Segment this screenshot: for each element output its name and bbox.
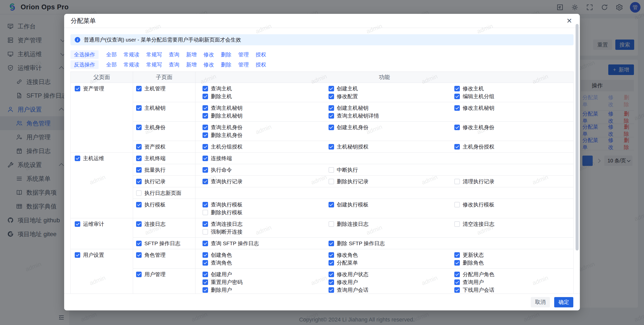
checkbox-unchecked[interactable] — [454, 202, 460, 207]
checkbox-checked[interactable] — [203, 252, 208, 258]
checkbox-checked[interactable] — [203, 113, 208, 119]
checkbox-checked[interactable] — [203, 167, 208, 173]
checkbox-checked[interactable] — [203, 260, 208, 266]
checkbox-checked[interactable] — [329, 252, 334, 258]
checkbox-checked[interactable] — [454, 94, 460, 99]
checkbox-checked[interactable] — [203, 105, 208, 111]
checkbox-checked[interactable] — [136, 252, 142, 258]
confirm-button[interactable]: 确定 — [554, 297, 573, 307]
checkbox-unchecked[interactable] — [136, 190, 142, 196]
checkbox-checked[interactable] — [136, 241, 142, 246]
checkbox-unchecked[interactable] — [329, 221, 334, 227]
quick-filter-link-授权[interactable]: 授权 — [256, 61, 266, 68]
quick-filter-link-管理[interactable]: 管理 — [238, 61, 249, 68]
checkbox-checked[interactable] — [75, 252, 80, 258]
checkbox-checked[interactable] — [136, 125, 142, 130]
checkbox-checked[interactable] — [329, 202, 334, 207]
modal-scrollbar[interactable] — [576, 24, 579, 250]
checkbox-checked[interactable] — [454, 260, 460, 266]
cancel-button[interactable]: 取消 — [531, 297, 550, 307]
checkbox-checked[interactable] — [454, 279, 460, 285]
checkbox-checked[interactable] — [329, 86, 334, 91]
checkbox-checked[interactable] — [329, 260, 334, 266]
checkbox-checked[interactable] — [136, 202, 142, 207]
checkbox-checked[interactable] — [203, 279, 208, 285]
checkbox-checked[interactable] — [454, 272, 460, 277]
checkbox-checked[interactable] — [454, 252, 460, 258]
checkbox-checked[interactable] — [203, 179, 208, 184]
quick-filter-link-常规读[interactable]: 常规读 — [124, 61, 139, 68]
checkbox-checked[interactable] — [329, 241, 334, 246]
quick-filter-link-授权[interactable]: 授权 — [256, 51, 266, 58]
checkbox-checked[interactable] — [203, 272, 208, 277]
checkbox-checked[interactable] — [454, 287, 460, 293]
checkbox-checked[interactable] — [136, 156, 142, 161]
checkbox-checked[interactable] — [329, 279, 334, 285]
invert-select-row: 反选操作全部常规读常规写查询新增修改删除管理授权 — [70, 60, 574, 69]
checkbox-checked[interactable] — [203, 132, 208, 138]
quick-filter-link-删除[interactable]: 删除 — [221, 61, 231, 68]
checkbox-checked[interactable] — [136, 221, 142, 227]
close-icon[interactable]: ✕ — [565, 16, 574, 25]
checkbox-checked[interactable] — [454, 144, 460, 150]
quick-filter-link-常规读[interactable]: 常规读 — [124, 51, 139, 58]
quick-filter-link-管理[interactable]: 管理 — [238, 51, 249, 58]
checkbox-unchecked[interactable] — [329, 179, 334, 184]
checkbox-checked[interactable] — [75, 86, 80, 91]
checkbox-unchecked[interactable] — [203, 210, 208, 215]
quick-filter-link-新增[interactable]: 新增 — [186, 61, 197, 68]
function-label: 连接终端 — [211, 155, 232, 162]
quick-filter-link-查询[interactable]: 查询 — [169, 61, 179, 68]
quick-filter-link-全部[interactable]: 全部 — [106, 51, 117, 58]
checkbox-checked[interactable] — [329, 94, 334, 99]
checkbox-checked[interactable] — [203, 86, 208, 91]
function-label: 删除主机身份 — [211, 132, 243, 139]
select-all-chip[interactable]: 全选操作 — [70, 50, 99, 59]
quick-filter-link-新增[interactable]: 新增 — [186, 51, 197, 58]
checkbox-checked[interactable] — [329, 287, 334, 293]
quick-filter-link-常规写[interactable]: 常规写 — [146, 61, 162, 68]
checkbox-checked[interactable] — [203, 221, 208, 227]
checkbox-checked[interactable] — [329, 125, 334, 130]
checkbox-checked[interactable] — [329, 105, 334, 111]
checkbox-checked[interactable] — [136, 179, 142, 184]
checkbox-checked[interactable] — [329, 272, 334, 277]
checkbox-checked[interactable] — [203, 202, 208, 207]
quick-filter-link-修改[interactable]: 修改 — [204, 61, 214, 68]
checkbox-checked[interactable] — [136, 105, 142, 111]
checkbox-checked[interactable] — [329, 113, 334, 119]
quick-filter-link-删除[interactable]: 删除 — [221, 51, 231, 58]
checkbox-checked[interactable] — [75, 221, 80, 227]
checkbox-checked[interactable] — [454, 125, 460, 130]
checkbox-checked[interactable] — [136, 167, 142, 173]
function-column: 修改执行模板 — [447, 201, 573, 216]
checkbox-checked[interactable] — [329, 144, 334, 150]
parent-page-cell: 资产管理 — [71, 83, 133, 153]
checkbox-unchecked[interactable] — [329, 167, 334, 173]
quick-filter-link-全部[interactable]: 全部 — [106, 61, 117, 68]
column-header-functions: 功能 — [195, 72, 574, 83]
checkbox-checked[interactable] — [203, 287, 208, 293]
checkbox-checked[interactable] — [203, 94, 208, 99]
checkbox-unchecked[interactable] — [203, 229, 208, 235]
checkbox-checked[interactable] — [136, 144, 142, 150]
checkbox-checked[interactable] — [454, 105, 460, 111]
checkbox-checked[interactable] — [75, 156, 80, 161]
quick-filter-link-查询[interactable]: 查询 — [169, 51, 179, 58]
checkbox-checked[interactable] — [203, 144, 208, 150]
function-permission: 删除执行记录 — [329, 177, 448, 185]
quick-filter-link-修改[interactable]: 修改 — [204, 51, 214, 58]
checkbox-checked[interactable] — [136, 272, 142, 277]
function-column: 查询 SFTP 操作日志 — [195, 239, 321, 247]
checkbox-checked[interactable] — [203, 241, 208, 246]
sub-page-cell: 主机终端 — [133, 153, 195, 164]
sub-page-label: 执行记录 — [144, 178, 166, 185]
quick-filter-link-常规写[interactable]: 常规写 — [146, 51, 162, 58]
checkbox-checked[interactable] — [203, 125, 208, 130]
checkbox-unchecked[interactable] — [454, 179, 460, 184]
checkbox-unchecked[interactable] — [454, 221, 460, 227]
checkbox-checked[interactable] — [203, 156, 208, 161]
checkbox-checked[interactable] — [136, 86, 142, 91]
invert-select-chip[interactable]: 反选操作 — [70, 60, 99, 69]
checkbox-checked[interactable] — [454, 86, 460, 91]
